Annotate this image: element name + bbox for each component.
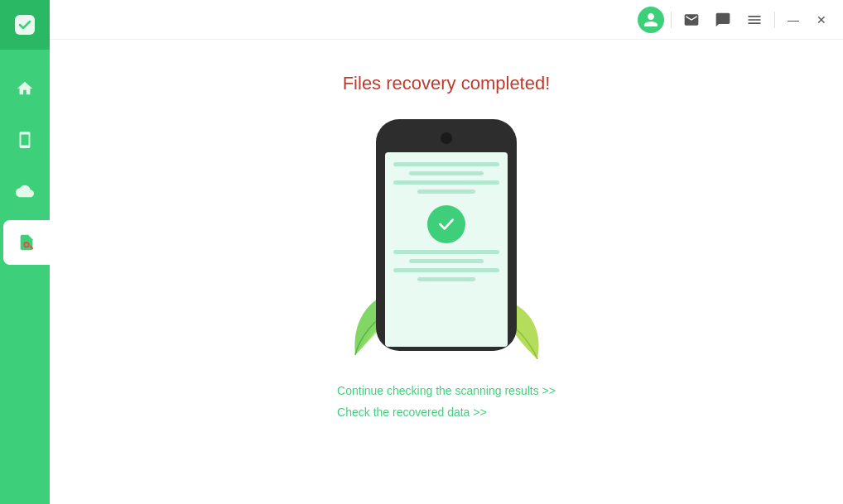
sidebar-item-cloud[interactable] [0, 169, 50, 214]
user-avatar[interactable] [638, 7, 664, 33]
mail-icon[interactable] [678, 7, 705, 33]
sidebar-item-home[interactable] [0, 66, 50, 111]
app-logo[interactable] [0, 0, 50, 50]
sidebar-item-device[interactable] [0, 118, 50, 162]
sidebar-item-recovery[interactable] [3, 220, 50, 265]
close-button[interactable]: ✕ [810, 8, 833, 31]
content-area: Files recovery completed! [50, 40, 843, 504]
phone-line-6 [409, 259, 484, 263]
title-text: Files recovery completed! [343, 73, 551, 94]
main-area: — ✕ Files recovery completed! [50, 0, 843, 504]
minimize-button[interactable]: — [782, 8, 805, 31]
phone-line-5 [393, 250, 499, 254]
phone-line-1 [393, 162, 499, 166]
titlebar-separator [671, 12, 672, 28]
menu-icon[interactable] [741, 7, 768, 33]
sidebar [0, 0, 50, 504]
titlebar-separator-2 [774, 12, 775, 28]
check-recovered-link[interactable]: Check the recovered data >> [337, 406, 487, 419]
chat-icon[interactable] [710, 7, 736, 33]
phone-line-3 [393, 180, 499, 185]
phone-screen [385, 152, 508, 347]
sidebar-nav [0, 66, 50, 265]
svg-rect-0 [15, 15, 35, 35]
phone-line-7 [393, 268, 499, 272]
titlebar: — ✕ [50, 0, 843, 40]
phone-body [376, 119, 517, 351]
phone-illustration [347, 119, 546, 359]
recovery-links: Continue checking the scanning results >… [337, 384, 556, 419]
phone-line-4 [417, 190, 475, 194]
phone-line-8 [417, 277, 475, 281]
continue-scanning-link[interactable]: Continue checking the scanning results >… [337, 384, 556, 397]
phone-notch [441, 132, 452, 144]
page-title: Files recovery completed! [343, 73, 551, 94]
check-circle [427, 205, 465, 243]
phone-line-2 [409, 171, 484, 175]
